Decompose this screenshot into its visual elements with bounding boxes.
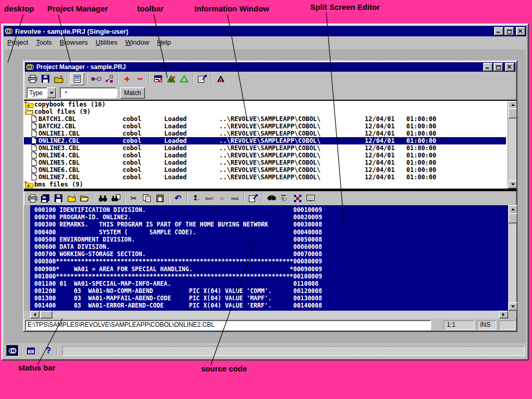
file-type: cobol — [123, 115, 141, 123]
add-icon[interactable]: + — [121, 73, 134, 85]
verify-loaded-icon[interactable] — [152, 73, 165, 85]
bookmark-icon[interactable]: ○ — [216, 193, 229, 204]
desktop-area[interactable]: Project Manager - sample.PRJ ++− Type Ma… — [4, 49, 526, 343]
file-row-ONLINE1.CBL[interactable]: ONLINE1.CBLcobolLoaded..\REVOLVE\SAMPLEA… — [24, 130, 506, 137]
editor-vscroll-thumb[interactable] — [508, 213, 517, 223]
maximize-button[interactable] — [504, 27, 514, 35]
project-manager-title-bar[interactable]: Project Manager - sample.PRJ — [25, 62, 515, 72]
save-icon[interactable] — [52, 193, 65, 204]
status-separator — [57, 346, 58, 355]
annotation-status-bar: status bar — [18, 363, 56, 372]
browse-icon[interactable] — [265, 193, 278, 204]
split-screen-editor[interactable]: 000100 IDENTIFICATION DIVISION.000100090… — [24, 205, 516, 318]
report-icon[interactable] — [196, 73, 209, 85]
file-row-ONLINE6.CBL[interactable]: ONLINE6.CBLcobolLoaded..\REVOLVE\SAMPLEA… — [24, 166, 506, 174]
roadmap-icon[interactable] — [214, 73, 227, 85]
cut-icon[interactable]: ✂ — [127, 193, 140, 204]
check-passed-icon[interactable] — [165, 73, 178, 85]
window-list-icon[interactable] — [25, 345, 36, 356]
project-manager-window: Project Manager - sample.PRJ ++− Type Ma… — [23, 60, 517, 332]
file-name: ONLINE3.CBL — [38, 144, 79, 152]
group-row-bms-files-9-[interactable]: +✱bms files (9) — [24, 181, 506, 188]
top-icon[interactable]: ↥. — [190, 193, 203, 204]
undo-icon[interactable]: ↶ — [171, 193, 184, 204]
file-row-BATCH2.CBL[interactable]: BATCH2.CBLcobolLoaded..\REVOLVE\SAMPLEAP… — [24, 123, 506, 130]
pattern-input[interactable] — [63, 89, 117, 97]
menu-browsers[interactable]: Browsers — [56, 37, 92, 47]
remove-icon[interactable]: − — [134, 73, 147, 85]
print-icon[interactable] — [26, 73, 39, 85]
file-row-ONLINE2.CBL[interactable]: ONLINE2.CBLcobolLoaded..\REVOLVE\SAMPLEA… — [24, 137, 506, 144]
find-files-icon[interactable] — [109, 193, 122, 204]
file-date: 12/04/01 — [365, 144, 395, 152]
editor-scroll-down-icon[interactable] — [508, 302, 517, 311]
save-all-icon[interactable] — [39, 193, 52, 204]
group-row-cobol-files-9-[interactable]: cobol files (9) — [24, 108, 506, 115]
editor-hscrollbar[interactable] — [30, 311, 508, 318]
graph-icon[interactable] — [291, 193, 304, 204]
find-icon[interactable] — [96, 193, 109, 204]
group-row-copybook-files-16-[interactable]: +✱copybook files (16) — [24, 101, 506, 108]
file-status: Loaded — [164, 144, 187, 152]
pm-maximize-button[interactable] — [494, 63, 503, 71]
type-combo[interactable]: Type — [26, 87, 57, 98]
tree-icon[interactable] — [278, 193, 291, 204]
pm-minimize-button[interactable] — [483, 63, 493, 71]
forward-icon[interactable]: o⇨ — [229, 193, 242, 204]
add-files-icon[interactable]: + — [52, 73, 65, 85]
copy-icon[interactable] — [140, 193, 153, 204]
menu-help[interactable]: Help — [153, 37, 175, 47]
paste-icon[interactable] — [153, 193, 166, 204]
save-icon[interactable] — [39, 73, 52, 85]
file-list-scroll-thumb[interactable] — [508, 108, 516, 118]
file-list-icon[interactable] — [70, 73, 84, 85]
editor-vscrollbar[interactable] — [508, 205, 516, 311]
toolbar-separator — [262, 193, 263, 204]
toolbar-separator — [168, 193, 169, 204]
annotated-screenshot: { "annotations": { "desktop": "desktop",… — [0, 0, 532, 399]
new-icon[interactable] — [65, 193, 78, 204]
menu-utilities[interactable]: Utilities — [92, 37, 122, 47]
check-icon[interactable] — [178, 73, 191, 85]
editor-scroll-up-icon[interactable] — [508, 205, 517, 214]
file-row-BATCH1.CBL[interactable]: BATCH1.CBLcobolLoaded..\REVOLVE\SAMPLEAP… — [24, 115, 506, 123]
screen-icon[interactable] — [304, 193, 317, 204]
scroll-down-icon[interactable] — [508, 180, 516, 189]
file-row-ONLINE7.CBL[interactable]: ONLINE7.CBLcobolLoaded..\REVOLVE\SAMPLEA… — [24, 174, 506, 181]
file-status: Loaded — [164, 137, 187, 144]
file-row-ONLINE4.CBL[interactable]: ONLINE4.CBLcobolLoaded..\REVOLVE\SAMPLEA… — [24, 152, 506, 159]
main-title-bar[interactable]: Revolve - sample.PRJ (Single-user) — [4, 26, 526, 36]
editor-scroll-left-icon[interactable] — [30, 311, 39, 318]
revolve-icon[interactable] — [6, 345, 19, 356]
properties-icon[interactable] — [247, 193, 260, 204]
file-path-dropdown-icon[interactable] — [430, 320, 431, 330]
open-icon[interactable] — [78, 193, 91, 204]
back-icon[interactable]: ⇦o — [203, 193, 216, 204]
menu-window[interactable]: Window — [122, 37, 153, 47]
split-icon[interactable] — [102, 73, 115, 85]
menu-project[interactable]: Project — [4, 37, 32, 47]
help-icon[interactable]: ? — [43, 345, 54, 356]
link-icon[interactable] — [89, 73, 102, 85]
menu-tools[interactable]: Tools — [32, 37, 56, 47]
file-path: ..\REVOLVE\SAMPLEAPP\COBOL\ — [219, 130, 321, 137]
pm-close-button[interactable] — [505, 63, 514, 71]
file-row-ONLINE3.CBL[interactable]: ONLINE3.CBLcobolLoaded..\REVOLVE\SAMPLEA… — [24, 144, 506, 152]
file-list-scrollbar[interactable] — [508, 101, 516, 189]
toolbar-separator — [117, 74, 118, 84]
type-combo-arrow-icon[interactable] — [47, 87, 56, 98]
editor-scroll-right-icon[interactable] — [499, 311, 508, 318]
current-file-path-combo[interactable]: E:\TPS\SAMPLES\REVOLVE\SAMPLEAPP\COBOL\O… — [25, 320, 431, 330]
print-icon[interactable] — [26, 193, 39, 204]
file-status: Loaded — [164, 159, 187, 166]
close-button[interactable] — [516, 27, 525, 35]
source-line: 001300 03 WA01-MAPFAIL-ABEND-CODEPIC X(0… — [34, 295, 508, 302]
file-row-ONLINE5.CBL[interactable]: ONLINE5.CBLcobolLoaded..\REVOLVE\SAMPLEA… — [24, 159, 506, 166]
source-code-area[interactable]: 000100 IDENTIFICATION DIVISION.000100090… — [30, 205, 508, 311]
editor-hscroll-thumb[interactable] — [40, 311, 52, 318]
minimize-button[interactable] — [494, 27, 503, 35]
information-window-file-list[interactable]: +✱copybook files (16)cobol files (9)BATC… — [24, 100, 516, 190]
annotation-toolbar: toolbar — [137, 4, 164, 13]
file-type: cobol — [123, 137, 141, 144]
match-button[interactable]: Match — [120, 87, 145, 99]
